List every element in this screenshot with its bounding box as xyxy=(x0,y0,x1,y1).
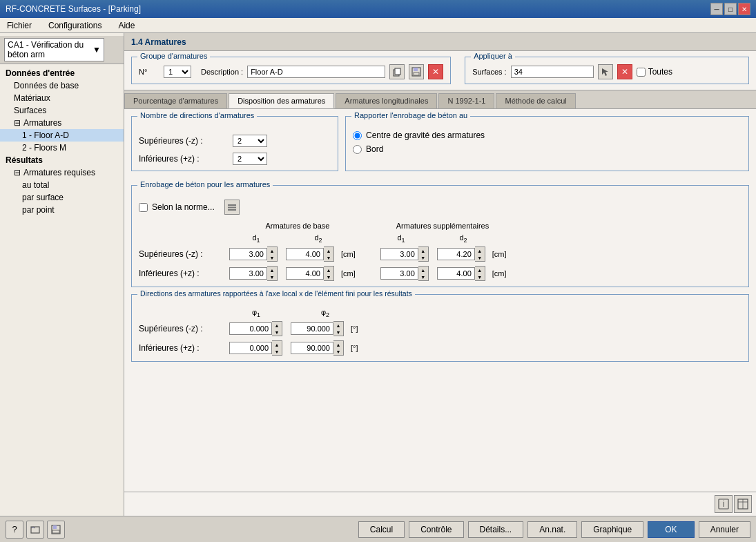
ok-button[interactable]: OK xyxy=(648,521,694,538)
save-file-btn[interactable] xyxy=(47,521,65,539)
base-sup-d2-up[interactable]: ▲ xyxy=(324,247,333,254)
open-btn[interactable] xyxy=(26,521,44,539)
sup-phi2-field[interactable] xyxy=(291,322,333,335)
radio-bord-input[interactable] xyxy=(353,145,362,154)
base-sup-d1-up[interactable]: ▲ xyxy=(267,247,277,254)
menu-configurations[interactable]: Configurations xyxy=(44,19,106,32)
toutes-checkbox[interactable] xyxy=(637,68,646,77)
base-sup-d2-down[interactable]: ▼ xyxy=(324,254,333,261)
base-inf-d1-input[interactable]: ▲ ▼ xyxy=(229,266,278,281)
sup-phi2-down[interactable]: ▼ xyxy=(333,329,343,336)
inf-phi2-down[interactable]: ▼ xyxy=(333,348,343,355)
base-sup-d1-down[interactable]: ▼ xyxy=(267,254,277,261)
table-icon-btn[interactable] xyxy=(734,495,752,513)
supp-inf-d2-field[interactable] xyxy=(437,267,475,280)
inf-phi2-input[interactable]: ▲ ▼ xyxy=(291,340,344,356)
base-inf-d2-up[interactable]: ▲ xyxy=(324,267,333,273)
base-inf-d2-down[interactable]: ▼ xyxy=(324,273,333,280)
inf-dir-select[interactable]: 2 1 xyxy=(233,153,267,165)
surfaces-input[interactable] xyxy=(511,66,594,78)
pick-surface-btn[interactable] xyxy=(598,64,613,79)
sup-dir-select[interactable]: 2 1 xyxy=(233,135,267,147)
inf-phi1-field[interactable] xyxy=(229,342,272,354)
supp-inf-d1-field[interactable] xyxy=(380,267,418,280)
clear-surfaces-btn[interactable]: ✕ xyxy=(617,64,632,79)
close-button[interactable]: ✕ xyxy=(738,3,750,15)
supp-inf-d1-down[interactable]: ▼ xyxy=(418,273,428,280)
details-button[interactable]: Détails... xyxy=(468,521,524,538)
supp-sup-d2-up[interactable]: ▲ xyxy=(475,247,485,254)
sup-phi2-up[interactable]: ▲ xyxy=(333,322,343,329)
tab-disposition[interactable]: Disposition des armatures xyxy=(229,93,334,108)
supp-inf-d1-up[interactable]: ▲ xyxy=(418,267,428,273)
tree-item-par-surface[interactable]: par surface xyxy=(0,191,124,204)
supp-sup-d2-field[interactable] xyxy=(437,248,475,260)
annat-button[interactable]: An.nat. xyxy=(527,521,577,538)
supp-sup-d1-up[interactable]: ▲ xyxy=(418,247,428,254)
sup-phi1-input[interactable]: ▲ ▼ xyxy=(229,321,282,336)
inf-phi1-up[interactable]: ▲ xyxy=(272,341,282,348)
supp-inf-d2-up[interactable]: ▲ xyxy=(475,267,485,273)
tree-item-surfaces[interactable]: Surfaces xyxy=(0,104,124,117)
save-icon-btn[interactable] xyxy=(409,64,424,79)
copy-icon-btn[interactable] xyxy=(389,64,405,79)
tree-item-donnees-entree[interactable]: Données d'entrée xyxy=(0,67,124,79)
supp-sup-d1-input[interactable]: ▲ ▼ xyxy=(380,246,429,262)
controle-button[interactable]: Contrôle xyxy=(409,521,463,538)
selon-norme-settings-btn[interactable] xyxy=(224,200,240,215)
base-inf-d2-field[interactable] xyxy=(286,267,324,280)
help-btn[interactable]: ? xyxy=(6,521,23,539)
tab-longitudinales[interactable]: Armatures longitudinales xyxy=(336,93,437,108)
tree-item-donnees-base[interactable]: Données de base xyxy=(0,79,124,92)
dropdown-ca1[interactable]: CA1 - Vérification du béton arm ▼ xyxy=(4,38,104,61)
inf-phi1-down[interactable]: ▼ xyxy=(272,348,282,355)
supp-inf-d2-input[interactable]: ▲ ▼ xyxy=(437,266,485,281)
maximize-button[interactable]: □ xyxy=(724,3,737,15)
base-sup-d2-input[interactable]: ▲ ▼ xyxy=(286,246,334,262)
delete-icon-btn[interactable]: ✕ xyxy=(428,64,443,79)
supp-sup-d2-down[interactable]: ▼ xyxy=(475,254,485,261)
inf-phi2-up[interactable]: ▲ xyxy=(333,341,343,348)
tab-n1992[interactable]: N 1992-1-1 xyxy=(438,93,494,108)
base-sup-d1-field[interactable] xyxy=(229,248,267,260)
sup-phi1-field[interactable] xyxy=(229,322,272,335)
supp-inf-d1-input[interactable]: ▲ ▼ xyxy=(380,266,429,281)
tree-item-floor-ad[interactable]: 1 - Floor A-D xyxy=(0,129,124,142)
tab-pourcentage[interactable]: Pourcentage d'armatures xyxy=(124,93,227,108)
base-inf-d1-field[interactable] xyxy=(229,267,267,280)
graphique-button[interactable]: Graphique xyxy=(581,521,643,538)
description-input[interactable] xyxy=(247,66,385,78)
supp-inf-d2-down[interactable]: ▼ xyxy=(475,273,485,280)
calcul-button[interactable]: Calcul xyxy=(358,521,405,538)
radio-centre-gravite-input[interactable] xyxy=(353,131,362,140)
menu-fichier[interactable]: Fichier xyxy=(3,19,36,32)
supp-inf-d1-spinners: ▲ ▼ xyxy=(418,266,429,281)
tree-item-par-point[interactable]: par point xyxy=(0,204,124,216)
tree-item-resultats[interactable]: Résultats xyxy=(0,154,124,166)
selon-norme-checkbox[interactable] xyxy=(139,203,148,212)
tree-item-materiaux[interactable]: Matériaux xyxy=(0,92,124,104)
tree-item-floors-m[interactable]: 2 - Floors M xyxy=(0,142,124,154)
tree-item-armatures-requises[interactable]: ⊟ Armatures requises xyxy=(0,166,124,179)
info-icon-btn[interactable]: i xyxy=(715,495,733,513)
supp-sup-d1-field[interactable] xyxy=(380,248,418,260)
supp-sup-d1-down[interactable]: ▼ xyxy=(418,254,428,261)
base-inf-d2-input[interactable]: ▲ ▼ xyxy=(286,266,334,281)
tab-methode[interactable]: Méthode de calcul xyxy=(496,93,575,108)
sup-phi1-up[interactable]: ▲ xyxy=(272,322,282,329)
tree-item-armatures[interactable]: ⊟ Armatures xyxy=(0,117,124,129)
n-select[interactable]: 1 xyxy=(164,66,191,78)
tree-item-au-total[interactable]: au total xyxy=(0,179,124,191)
base-sup-d2-field[interactable] xyxy=(286,248,324,260)
minimize-button[interactable]: ─ xyxy=(710,3,723,15)
inf-phi2-field[interactable] xyxy=(291,342,333,354)
inf-phi1-input[interactable]: ▲ ▼ xyxy=(229,340,282,356)
annuler-button[interactable]: Annuler xyxy=(699,521,750,538)
base-inf-d1-down[interactable]: ▼ xyxy=(267,273,277,280)
sup-phi1-down[interactable]: ▼ xyxy=(272,329,282,336)
base-inf-d1-up[interactable]: ▲ xyxy=(267,267,277,273)
supp-sup-d2-input[interactable]: ▲ ▼ xyxy=(437,246,485,262)
sup-phi2-input[interactable]: ▲ ▼ xyxy=(291,321,344,336)
base-sup-d1-input[interactable]: ▲ ▼ xyxy=(229,246,278,262)
menu-aide[interactable]: Aide xyxy=(114,19,139,32)
